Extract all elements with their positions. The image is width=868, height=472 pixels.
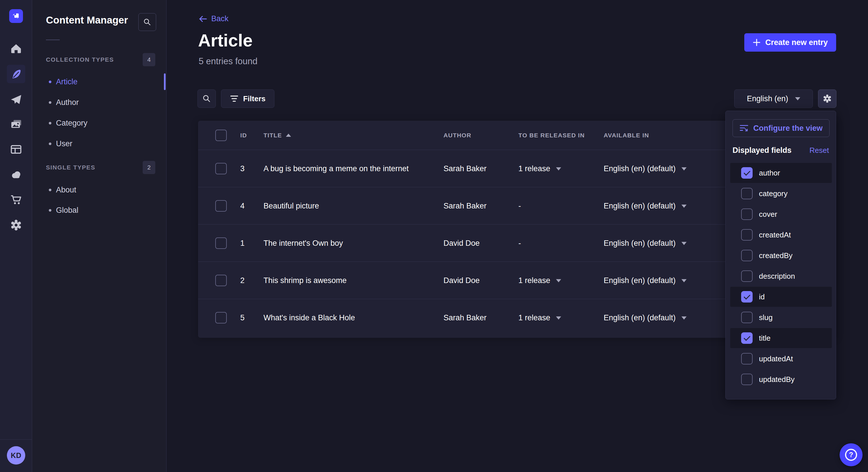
- paper-plane-icon: [10, 94, 22, 105]
- releases-cell[interactable]: 1 release: [518, 164, 561, 173]
- nav-transfer[interactable]: [7, 90, 25, 109]
- cart-icon: [10, 193, 22, 206]
- feather-icon: [10, 68, 22, 80]
- column-header-released[interactable]: TO BE RELEASED IN: [518, 132, 585, 139]
- subnav-title: Content Manager: [46, 14, 128, 26]
- cloud-icon: [10, 168, 22, 181]
- bullet-icon: [49, 122, 51, 125]
- arrow-left-icon: [198, 15, 207, 22]
- sidebar-item-article[interactable]: Article: [32, 72, 166, 91]
- entry-title: A bug is becoming a meme on the internet: [264, 164, 409, 173]
- locales-cell[interactable]: English (en) (default): [603, 164, 687, 173]
- chevron-down-icon: [556, 167, 561, 170]
- select-all-checkbox[interactable]: [215, 130, 227, 141]
- column-header-title[interactable]: TITLE: [264, 132, 291, 139]
- content-manager-subnav: Content Manager COLLECTION TYPES 4 Artic…: [32, 0, 166, 472]
- field-toggle-createdAt[interactable]: createdAt: [730, 225, 832, 245]
- nav-settings[interactable]: [7, 216, 25, 234]
- nav-media-library[interactable]: [7, 115, 25, 134]
- column-header-id[interactable]: ID: [240, 132, 247, 139]
- locales-cell[interactable]: English (en) (default): [603, 201, 687, 210]
- chevron-down-icon: [681, 316, 687, 320]
- row-checkbox[interactable]: [215, 163, 227, 174]
- row-checkbox[interactable]: [215, 312, 227, 324]
- app-window: KD Content Manager COLLECTION TYPES 4 Ar…: [0, 0, 868, 472]
- field-toggle-createdBy[interactable]: createdBy: [730, 245, 832, 266]
- row-checkbox[interactable]: [215, 275, 227, 286]
- bullet-icon: [49, 189, 51, 191]
- question-mark-icon: ?: [845, 449, 857, 461]
- checkbox-icon[interactable]: [741, 167, 753, 179]
- nav-home[interactable]: [7, 40, 25, 58]
- checkbox-icon[interactable]: [741, 229, 753, 241]
- configure-view-button[interactable]: Configure the view: [733, 119, 830, 137]
- entry-title: Beautiful picture: [264, 201, 319, 210]
- user-avatar[interactable]: KD: [7, 446, 25, 465]
- field-toggle-updatedBy[interactable]: updatedBy: [730, 369, 832, 390]
- sidebar-item-user[interactable]: User: [32, 134, 166, 153]
- entry-title: What's inside a Black Hole: [264, 313, 355, 322]
- field-toggle-author[interactable]: author: [730, 163, 832, 183]
- row-checkbox[interactable]: [215, 200, 227, 212]
- bullet-icon: [49, 101, 51, 104]
- checkbox-icon[interactable]: [741, 353, 753, 365]
- row-checkbox[interactable]: [215, 237, 227, 249]
- field-toggle-slug[interactable]: slug: [730, 307, 832, 328]
- nav-content-manager[interactable]: [7, 65, 25, 83]
- checkbox-icon[interactable]: [741, 188, 753, 199]
- column-header-available[interactable]: AVAILABLE IN: [603, 132, 649, 139]
- field-toggle-description[interactable]: description: [730, 266, 832, 286]
- nav-marketplace[interactable]: [7, 191, 25, 209]
- subnav-search-button[interactable]: [138, 13, 156, 31]
- chevron-down-icon: [556, 279, 561, 282]
- checkbox-icon[interactable]: [741, 270, 753, 282]
- back-link[interactable]: Back: [198, 14, 228, 23]
- chevron-down-icon: [681, 167, 687, 170]
- locales-cell[interactable]: English (en) (default): [603, 276, 687, 285]
- field-toggle-title[interactable]: title: [730, 328, 832, 348]
- locale-select[interactable]: English (en): [734, 90, 813, 108]
- column-header-author[interactable]: AUTHOR: [443, 132, 471, 139]
- releases-cell[interactable]: -: [518, 201, 521, 210]
- checkbox-icon[interactable]: [741, 291, 753, 303]
- sidebar-item-about[interactable]: About: [32, 181, 166, 199]
- entries-count: 5 entries found: [198, 56, 257, 67]
- checkbox-icon[interactable]: [741, 208, 753, 220]
- search-icon: [143, 18, 152, 27]
- bullet-icon: [49, 142, 51, 145]
- help-button[interactable]: ?: [840, 443, 863, 466]
- checkbox-icon[interactable]: [741, 250, 753, 261]
- plus-icon: [753, 38, 761, 46]
- locales-cell[interactable]: English (en) (default): [603, 313, 687, 322]
- create-new-entry-button[interactable]: Create new entry: [744, 33, 836, 52]
- filters-button[interactable]: Filters: [221, 90, 274, 108]
- locales-cell[interactable]: English (en) (default): [603, 239, 687, 247]
- field-toggle-category[interactable]: category: [730, 183, 832, 204]
- nav-content-type-builder[interactable]: [7, 140, 25, 159]
- field-toggle-cover[interactable]: cover: [730, 204, 832, 224]
- chevron-down-icon: [556, 316, 561, 320]
- nav-deploy[interactable]: [7, 165, 25, 183]
- field-toggle-updatedAt[interactable]: updatedAt: [730, 349, 832, 369]
- search-button[interactable]: [197, 90, 216, 108]
- main-nav-rail: KD: [0, 0, 32, 472]
- section-single-types: SINGLE TYPES: [46, 164, 95, 171]
- gear-icon: [10, 219, 22, 231]
- sidebar-item-author[interactable]: Author: [32, 93, 166, 111]
- releases-cell[interactable]: 1 release: [518, 313, 561, 322]
- sidebar-item-category[interactable]: Category: [32, 114, 166, 132]
- displayed-fields-title: Displayed fields: [733, 146, 792, 155]
- checkbox-icon[interactable]: [741, 312, 753, 323]
- releases-cell[interactable]: 1 release: [518, 276, 561, 285]
- releases-cell[interactable]: -: [518, 239, 521, 247]
- field-toggle-id[interactable]: id: [730, 287, 832, 307]
- checkbox-icon[interactable]: [741, 374, 753, 385]
- reset-link[interactable]: Reset: [809, 146, 829, 155]
- chevron-down-icon: [681, 204, 687, 208]
- sort-asc-icon: [286, 134, 291, 137]
- view-settings-button[interactable]: [818, 90, 836, 108]
- checkbox-icon[interactable]: [741, 332, 753, 344]
- sidebar-item-global[interactable]: Global: [32, 201, 166, 220]
- view-settings-popover: Configure the view Displayed fields Rese…: [725, 111, 836, 400]
- strapi-logo[interactable]: [9, 9, 23, 23]
